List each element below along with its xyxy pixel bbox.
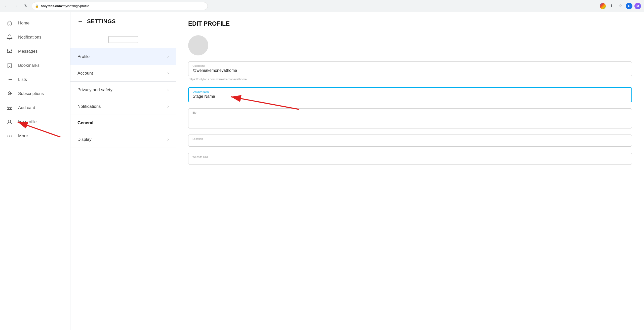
bookmarks-icon — [6, 62, 13, 69]
sidebar-item-home[interactable]: Home — [0, 16, 70, 30]
username-box: Username @wemakemoneyathome — [188, 61, 632, 76]
settings-item-account[interactable]: Account › — [70, 65, 176, 82]
back-button[interactable]: ← — [3, 3, 10, 10]
subscriptions-icon — [6, 90, 13, 97]
location-field: Location — [188, 135, 632, 147]
username-label: Username — [192, 64, 628, 67]
sidebar-label-bookmarks: Bookmarks — [18, 63, 39, 68]
bio-box[interactable]: Bio — [188, 108, 632, 128]
address-bar[interactable]: 🔒 onlyfans.com/my/settings/profile — [32, 2, 208, 10]
browser-profile-avatar[interactable]: M — [634, 3, 641, 9]
lists-icon — [6, 76, 13, 83]
edit-profile-title: EDIT PROFILE — [188, 20, 632, 27]
forward-button[interactable]: → — [13, 3, 20, 10]
sidebar-label-subscriptions: Subscriptions — [18, 91, 44, 96]
settings-label-display: Display — [77, 137, 92, 142]
sidebar-label-home: Home — [18, 21, 29, 26]
sidebar-label-my-profile: My profile — [18, 119, 37, 124]
settings-label-account: Account — [77, 71, 93, 76]
bio-field: Bio — [188, 108, 632, 128]
google-icon — [600, 3, 606, 9]
share-button[interactable]: ⬆ — [608, 3, 615, 10]
sidebar: Home Notifications Messages Bookmarks — [0, 12, 70, 330]
url-text: onlyfans.com/my/settings/profile — [41, 4, 89, 8]
username-value: @wemakemoneyathome — [192, 68, 628, 73]
settings-menu: Profile › Account › Privacy and safety ›… — [70, 31, 176, 148]
edit-profile-panel: EDIT PROFILE Username @wemakemoneyathome… — [176, 12, 644, 330]
display-name-input[interactable] — [193, 94, 627, 99]
settings-item-display[interactable]: Display › — [70, 131, 176, 148]
sidebar-label-add-card: Add card — [18, 105, 35, 110]
location-label: Location — [192, 137, 628, 140]
settings-item-profile[interactable]: Profile › — [70, 48, 176, 65]
lock-icon: 🔒 — [35, 4, 39, 8]
chevron-right-icon: › — [167, 137, 169, 142]
settings-scroll-top — [70, 31, 176, 48]
website-box[interactable]: Website URL — [188, 153, 632, 165]
settings-label-notifications: Notifications — [77, 104, 101, 109]
sidebar-item-bookmarks[interactable]: Bookmarks — [0, 58, 70, 73]
sidebar-item-messages[interactable]: Messages — [0, 44, 70, 58]
profile-photo[interactable] — [188, 35, 208, 55]
settings-item-general[interactable]: General — [70, 115, 176, 131]
chevron-right-icon: › — [167, 71, 169, 76]
sidebar-label-notifications: Notifications — [18, 35, 42, 40]
reload-button[interactable]: ↻ — [22, 3, 29, 10]
website-label: Website URL — [192, 155, 628, 158]
more-icon — [6, 133, 13, 140]
svg-rect-8 — [7, 106, 12, 110]
settings-label-privacy: Privacy and safety — [77, 87, 112, 92]
svg-point-7 — [9, 92, 11, 94]
settings-item-notifications[interactable]: Notifications › — [70, 98, 176, 115]
sidebar-item-more[interactable]: More — [0, 129, 70, 143]
browser-chrome: ← → ↻ 🔒 onlyfans.com/my/settings/profile… — [0, 0, 644, 12]
google-account-avatar[interactable]: G — [626, 3, 632, 9]
settings-header: ← SETTINGS — [70, 12, 176, 31]
sidebar-label-more: More — [18, 134, 28, 139]
notifications-icon — [6, 34, 13, 41]
home-icon — [6, 20, 13, 27]
sidebar-item-add-card[interactable]: Add card — [0, 101, 70, 115]
svg-point-13 — [9, 120, 11, 122]
website-field: Website URL — [188, 153, 632, 165]
sidebar-item-lists[interactable]: Lists — [0, 73, 70, 87]
location-box[interactable]: Location — [188, 135, 632, 147]
chevron-right-icon: › — [167, 104, 169, 109]
display-name-label: Display name — [193, 90, 627, 93]
messages-icon — [6, 48, 13, 55]
svg-point-16 — [11, 136, 12, 136]
display-name-box[interactable]: Display name — [188, 87, 632, 102]
settings-panel: ← SETTINGS Profile › Account › Privacy a… — [70, 12, 176, 330]
display-name-field: Display name — [188, 87, 632, 102]
bookmark-star-button[interactable]: ☆ — [617, 3, 624, 10]
app-container: Home Notifications Messages Bookmarks — [0, 12, 644, 330]
sidebar-label-messages: Messages — [18, 49, 37, 54]
sidebar-label-lists: Lists — [18, 77, 27, 82]
svg-point-15 — [8, 136, 8, 136]
my-profile-icon — [6, 118, 13, 125]
settings-back-button[interactable]: ← — [77, 18, 83, 25]
svg-point-14 — [9, 136, 10, 136]
browser-actions: ⬆ ☆ G M — [600, 3, 641, 10]
settings-title: SETTINGS — [87, 18, 116, 25]
settings-label-profile: Profile — [77, 54, 90, 59]
username-field: Username @wemakemoneyathome https://only… — [188, 61, 632, 81]
svg-rect-0 — [7, 49, 12, 53]
chevron-right-icon: › — [167, 87, 169, 92]
chevron-right-icon: › — [167, 54, 169, 59]
add-card-icon — [6, 104, 13, 111]
sidebar-item-my-profile[interactable]: My profile — [0, 115, 70, 129]
settings-label-general: General — [77, 120, 93, 125]
sidebar-item-notifications[interactable]: Notifications — [0, 30, 70, 44]
username-url: https://onlyfans.com/wemakemoneyathome — [188, 78, 632, 81]
sidebar-item-subscriptions[interactable]: Subscriptions — [0, 87, 70, 101]
bio-label: Bio — [192, 111, 628, 114]
settings-item-privacy[interactable]: Privacy and safety › — [70, 82, 176, 98]
settings-scroll-indicator — [108, 36, 138, 43]
